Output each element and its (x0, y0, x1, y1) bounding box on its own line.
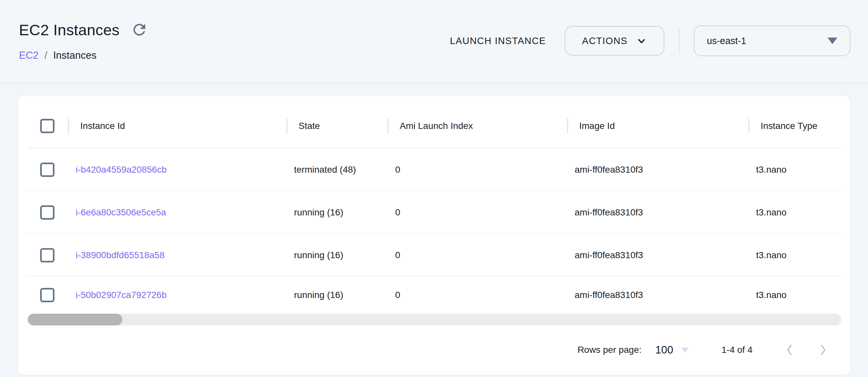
breadcrumb: EC2 / Instances (19, 50, 97, 61)
refresh-button[interactable] (130, 20, 149, 39)
instance-id-link[interactable]: i-50b02907ca792726b (68, 290, 167, 300)
column-divider (286, 119, 287, 133)
rows-per-page-value: 100 (655, 344, 673, 356)
row-checkbox[interactable] (40, 162, 55, 177)
instance-id-link[interactable]: i-b420a4559a20856cb (68, 164, 167, 175)
previous-page-button[interactable] (784, 343, 795, 356)
row-checkbox[interactable] (40, 248, 55, 262)
header-instance-id: Instance Id (68, 119, 286, 133)
instances-table-card: Instance Id State Ami Launch Index Image… (18, 96, 850, 375)
table-header-row: Instance Id State Ami Launch Index Image… (18, 96, 850, 148)
state-cell: running (16) (286, 290, 343, 300)
horizontal-scrollbar-thumb[interactable] (28, 314, 122, 325)
caret-down-icon (828, 37, 837, 44)
header-image-id: Image Id (567, 119, 748, 133)
region-select[interactable]: us-east-1 (694, 26, 850, 56)
select-all-checkbox[interactable] (40, 119, 55, 133)
instance-id-link[interactable]: i-38900bdfd65518a58 (68, 250, 164, 260)
header-instance-type-label: Instance Type (761, 121, 817, 131)
chevron-left-icon (784, 343, 795, 356)
row-checkbox[interactable] (40, 288, 55, 302)
ami-launch-index-cell: 0 (388, 207, 400, 218)
row-checkbox[interactable] (40, 205, 55, 220)
instance-type-cell: t3.nano (748, 207, 786, 218)
next-page-button[interactable] (817, 343, 829, 356)
header-checkbox-cell (18, 119, 68, 133)
row-checkbox-cell (18, 205, 68, 220)
header-instance-id-label: Instance Id (80, 121, 125, 131)
row-checkbox-cell (18, 248, 68, 262)
row-checkbox-cell (18, 288, 68, 302)
ami-launch-index-cell: 0 (388, 290, 400, 300)
horizontal-scrollbar-track[interactable] (28, 314, 841, 325)
column-divider (68, 119, 69, 133)
image-id-cell: ami-ff0fea8310f3 (567, 207, 643, 218)
breadcrumb-ec2-link[interactable]: EC2 (19, 50, 38, 61)
column-divider (748, 119, 749, 133)
state-cell: terminated (48) (286, 164, 356, 175)
title-row: EC2 Instances (19, 20, 149, 39)
region-select-value: us-east-1 (707, 36, 746, 46)
chevron-right-icon (817, 343, 829, 356)
header-ami-launch-index: Ami Launch Index (388, 119, 567, 133)
header-state-label: State (299, 121, 320, 131)
ami-launch-index-cell: 0 (388, 250, 400, 260)
ami-launch-index-cell: 0 (388, 164, 400, 175)
rows-per-page-label: Rows per page: (578, 345, 642, 355)
instance-id-link[interactable]: i-6e6a80c3506e5ce5a (68, 207, 166, 218)
actions-button-label: ACTIONS (582, 36, 627, 46)
breadcrumb-separator: / (44, 50, 47, 61)
toolbar: LAUNCH INSTANCE ACTIONS us-east-1 (450, 25, 850, 57)
row-checkbox-cell (18, 162, 68, 177)
breadcrumb-current: Instances (53, 50, 97, 61)
column-divider (388, 119, 389, 133)
caret-down-icon (681, 348, 689, 352)
column-divider (567, 119, 568, 133)
header-state: State (286, 119, 388, 133)
refresh-icon (130, 21, 148, 38)
chevron-down-icon (636, 35, 647, 46)
page-header: EC2 Instances EC2 / Instances LAUNCH INS… (0, 0, 868, 84)
table-row: i-38900bdfd65518a58 running (16) 0 ami-f… (18, 234, 850, 277)
table-row: i-50b02907ca792726b running (16) 0 ami-f… (18, 277, 850, 314)
table-row: i-6e6a80c3506e5ce5a running (16) 0 ami-f… (18, 191, 850, 234)
image-id-cell: ami-ff0fea8310f3 (567, 164, 643, 175)
state-cell: running (16) (286, 250, 343, 260)
header-instance-type: Instance Type (748, 119, 850, 133)
rows-per-page-select[interactable]: 100 (655, 344, 689, 356)
image-id-cell: ami-ff0fea8310f3 (567, 290, 643, 300)
pagination-bar: Rows per page: 100 1-4 of 4 (18, 325, 850, 374)
actions-button[interactable]: ACTIONS (565, 26, 664, 56)
header-ami-launch-index-label: Ami Launch Index (400, 121, 473, 131)
instance-type-cell: t3.nano (748, 164, 786, 175)
instance-type-cell: t3.nano (748, 290, 786, 300)
page-title: EC2 Instances (19, 21, 119, 39)
launch-instance-button[interactable]: LAUNCH INSTANCE (450, 36, 546, 46)
image-id-cell: ami-ff0fea8310f3 (567, 250, 643, 260)
pagination-range: 1-4 of 4 (721, 345, 752, 355)
instance-type-cell: t3.nano (748, 250, 786, 260)
header-image-id-label: Image Id (579, 121, 615, 131)
state-cell: running (16) (286, 207, 343, 218)
toolbar-divider (679, 28, 679, 54)
table-row: i-b420a4559a20856cb terminated (48) 0 am… (18, 148, 850, 191)
ec2-instances-page: EC2 Instances EC2 / Instances LAUNCH INS… (0, 0, 868, 377)
